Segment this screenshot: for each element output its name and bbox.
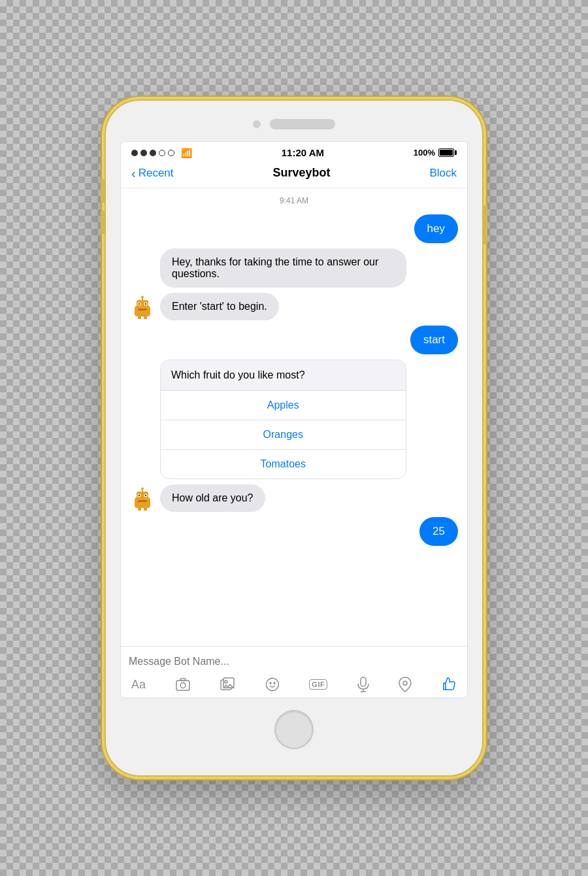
svg-point-28 <box>266 679 278 691</box>
svg-rect-24 <box>180 679 186 681</box>
phone-bottom <box>120 710 468 749</box>
signal-indicator: 📶 <box>131 148 192 158</box>
photo-library-icon[interactable] <box>220 677 235 692</box>
svg-point-34 <box>403 681 407 685</box>
svg-rect-9 <box>138 316 141 319</box>
signal-dot-4 <box>159 150 165 156</box>
power-button <box>483 205 487 244</box>
svg-point-7 <box>145 303 146 305</box>
svg-point-3 <box>141 296 144 299</box>
svg-rect-31 <box>361 677 366 686</box>
sent-bubble: 25 <box>419 517 458 546</box>
chat-timestamp: 9:41 AM <box>130 196 458 205</box>
bot-avatar <box>130 487 155 512</box>
message-row: Enter 'start' to begin. <box>130 293 458 320</box>
message-row: start <box>130 326 458 354</box>
fruit-option-apples[interactable]: Apples <box>161 390 406 420</box>
message-row: 25 <box>130 517 458 546</box>
gif-icon[interactable]: GIF <box>309 679 327 690</box>
chat-area: 9:41 AM hey Hey, thanks for taking the t… <box>121 188 467 646</box>
svg-point-30 <box>274 682 275 684</box>
signal-dot-2 <box>140 150 147 156</box>
received-bubble: Enter 'start' to begin. <box>160 293 279 320</box>
message-input[interactable] <box>129 653 459 670</box>
sent-bubble: start <box>410 326 458 354</box>
battery-area: 100% <box>414 148 457 158</box>
bot-avatar <box>130 295 155 320</box>
back-button[interactable]: ‹ Recent <box>131 167 174 180</box>
toolbar: Aa <box>129 677 459 692</box>
battery-icon <box>438 148 457 157</box>
svg-rect-22 <box>176 681 189 690</box>
received-bubble: Hey, thanks for taking the time to answe… <box>160 248 406 288</box>
received-bubble: How old are you? <box>160 484 265 512</box>
svg-point-29 <box>270 682 271 684</box>
camera-icon[interactable] <box>175 677 191 692</box>
fruit-option-tomatoes[interactable]: Tomatoes <box>161 449 406 479</box>
camera-dot <box>253 120 261 128</box>
phone-frame: 📶 11:20 AM 100% ‹ Recent Surveybot Block <box>105 99 483 777</box>
text-format-icon[interactable]: Aa <box>131 678 146 692</box>
svg-rect-21 <box>144 507 147 511</box>
chevron-left-icon: ‹ <box>131 167 136 180</box>
svg-rect-10 <box>144 316 147 319</box>
signal-dot-5 <box>168 150 174 156</box>
message-input-row <box>129 653 459 670</box>
back-label: Recent <box>139 167 174 180</box>
sent-bubble: hey <box>414 214 458 243</box>
svg-point-18 <box>145 495 146 496</box>
location-icon[interactable] <box>399 677 412 692</box>
battery-percent: 100% <box>414 148 435 158</box>
emoji-icon[interactable] <box>265 677 280 692</box>
thumbsup-icon[interactable] <box>441 677 457 692</box>
wifi-icon: 📶 <box>181 148 192 158</box>
svg-point-23 <box>180 683 186 688</box>
svg-rect-19 <box>138 500 147 502</box>
svg-point-6 <box>139 303 140 305</box>
signal-dot-1 <box>131 150 138 156</box>
signal-dot-3 <box>150 150 156 156</box>
svg-rect-20 <box>138 507 141 511</box>
microphone-icon[interactable] <box>357 677 370 692</box>
status-bar: 📶 11:20 AM 100% <box>121 142 467 161</box>
message-row: hey <box>130 214 458 243</box>
svg-point-14 <box>141 488 144 490</box>
fruit-question: Which fruit do you like most? <box>161 360 406 390</box>
input-area: Aa <box>121 646 467 698</box>
home-button[interactable] <box>274 710 314 749</box>
status-time: 11:20 AM <box>282 147 324 158</box>
chat-title: Surveybot <box>272 166 330 180</box>
message-row: How old are you? <box>130 484 458 512</box>
fruit-card: Which fruit do you like most? Apples Ora… <box>160 360 406 479</box>
fruit-option-oranges[interactable]: Oranges <box>161 420 406 449</box>
phone-top-bar <box>120 119 468 129</box>
speaker-bar <box>270 119 335 129</box>
nav-bar: ‹ Recent Surveybot Block <box>121 161 467 188</box>
volume-buttons <box>101 179 105 242</box>
phone-screen: 📶 11:20 AM 100% ‹ Recent Surveybot Block <box>120 141 468 698</box>
block-button[interactable]: Block <box>429 167 457 180</box>
message-row: Hey, thanks for taking the time to answe… <box>130 248 458 288</box>
svg-point-17 <box>139 495 140 496</box>
svg-rect-8 <box>138 309 147 311</box>
